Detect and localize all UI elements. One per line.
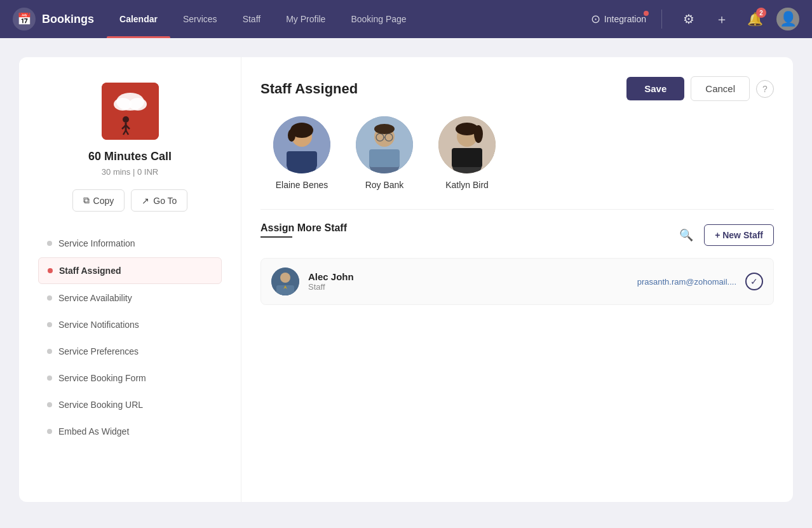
dot-icon bbox=[47, 241, 52, 246]
svg-point-23 bbox=[374, 124, 395, 134]
sidebar-item-service-availability[interactable]: Service Availability bbox=[38, 285, 222, 311]
help-button[interactable]: ? bbox=[756, 80, 774, 98]
main-content: 60 Minutes Call 30 mins | 0 INR ⧉ Copy ↗… bbox=[0, 38, 812, 521]
svg-rect-13 bbox=[287, 151, 317, 167]
notification-badge: 2 bbox=[756, 8, 766, 18]
staff-name-katlyn: Katlyn Bird bbox=[445, 180, 489, 190]
dot-icon-active bbox=[48, 268, 53, 273]
main-nav: Calendar Services Staff My Profile Booki… bbox=[107, 0, 591, 38]
nav-item-calendar[interactable]: Calendar bbox=[107, 0, 170, 38]
app-name: Bookings bbox=[42, 13, 94, 26]
svg-rect-27 bbox=[452, 148, 482, 167]
nav-item-staff[interactable]: Staff bbox=[230, 0, 274, 38]
katlyn-avatar-img bbox=[438, 116, 496, 173]
staff-avatar-item: Elaine Benes bbox=[273, 116, 330, 190]
dot-icon bbox=[47, 402, 52, 407]
integration-dot bbox=[644, 11, 649, 16]
left-panel: 60 Minutes Call 30 mins | 0 INR ⧉ Copy ↗… bbox=[19, 57, 241, 502]
copy-button[interactable]: ⧉ Copy bbox=[72, 189, 125, 212]
roy-avatar-img bbox=[356, 116, 413, 173]
alec-avatar-img bbox=[271, 267, 299, 295]
dot-icon bbox=[47, 322, 52, 327]
staff-list-name: Alec John bbox=[308, 271, 637, 282]
service-illustration bbox=[102, 83, 159, 140]
assign-more-section: Assign More Staff 🔍 + New Staff bbox=[261, 209, 774, 305]
dot-icon bbox=[47, 376, 52, 381]
panel-title: Staff Assigned bbox=[261, 81, 626, 97]
dot-icon bbox=[47, 295, 52, 301]
sidebar-item-embed-as-widget[interactable]: Embed As Widget bbox=[38, 419, 222, 444]
search-button[interactable]: 🔍 bbox=[675, 224, 698, 247]
svg-point-2 bbox=[114, 98, 132, 111]
logo-icon: 📅 bbox=[13, 8, 36, 30]
svg-rect-0 bbox=[102, 83, 159, 140]
sidebar-item-staff-assigned[interactable]: Staff Assigned bbox=[38, 257, 222, 284]
staff-name-elaine: Elaine Benes bbox=[276, 180, 328, 190]
notifications-button[interactable]: 🔔 2 bbox=[743, 8, 766, 30]
svg-point-29 bbox=[474, 125, 483, 143]
sidebar-item-service-booking-form[interactable]: Service Booking Form bbox=[38, 365, 222, 391]
new-staff-button[interactable]: + New Staff bbox=[704, 224, 774, 246]
staff-list-info: Alec John Staff bbox=[308, 271, 637, 292]
sidebar-item-service-preferences[interactable]: Service Preferences bbox=[38, 339, 222, 364]
staff-name-roy: Roy Bank bbox=[365, 180, 404, 190]
goto-button[interactable]: ↗ Go To bbox=[131, 189, 187, 212]
header-right: ⊙ Integration ⚙ ＋ 🔔 2 👤 bbox=[591, 8, 799, 30]
nav-item-services[interactable]: Services bbox=[170, 0, 230, 38]
avatar[interactable]: 👤 bbox=[776, 8, 799, 30]
svg-point-3 bbox=[129, 98, 147, 111]
save-button[interactable]: Save bbox=[626, 77, 684, 100]
assign-title-underline bbox=[261, 236, 292, 238]
staff-check-button[interactable]: ✓ bbox=[745, 273, 763, 290]
assign-more-title: Assign More Staff bbox=[261, 222, 675, 234]
staff-list-avatar-alec bbox=[271, 267, 299, 295]
sidebar-menu: Service Information Staff Assigned Servi… bbox=[38, 231, 222, 444]
staff-list-item: Alec John Staff prasanth.ram@zohomail...… bbox=[261, 258, 774, 305]
staff-avatar-katlyn bbox=[438, 116, 496, 173]
settings-button[interactable]: ⚙ bbox=[677, 8, 700, 30]
service-image bbox=[102, 83, 159, 140]
sidebar-item-service-notifications[interactable]: Service Notifications bbox=[38, 312, 222, 337]
sidebar-item-service-info[interactable]: Service Information bbox=[38, 231, 222, 256]
copy-icon: ⧉ bbox=[83, 195, 90, 206]
add-button[interactable]: ＋ bbox=[710, 8, 733, 30]
app-header: 📅 Bookings Calendar Services Staff My Pr… bbox=[0, 0, 812, 38]
goto-icon: ↗ bbox=[142, 196, 149, 206]
staff-avatar-elaine bbox=[273, 116, 330, 173]
app-logo[interactable]: 📅 Bookings bbox=[13, 8, 94, 30]
sidebar-item-service-booking-url[interactable]: Service Booking URL bbox=[38, 392, 222, 417]
staff-avatar-roy bbox=[356, 116, 413, 173]
staff-avatar-item: Roy Bank bbox=[356, 116, 413, 190]
dot-icon bbox=[47, 429, 52, 434]
svg-point-31 bbox=[280, 273, 290, 283]
assign-header: Assign More Staff 🔍 + New Staff bbox=[261, 222, 774, 248]
panel-header: Staff Assigned Save Cancel ? bbox=[261, 76, 774, 101]
integration-icon: ⊙ bbox=[591, 12, 600, 26]
dot-icon bbox=[47, 349, 52, 354]
header-divider bbox=[661, 10, 662, 29]
staff-list-email: prasanth.ram@zohomail.... bbox=[637, 277, 736, 287]
cancel-button[interactable]: Cancel bbox=[691, 76, 750, 101]
staff-list-role: Staff bbox=[308, 282, 637, 292]
service-actions: ⧉ Copy ↗ Go To bbox=[38, 189, 222, 212]
svg-rect-19 bbox=[369, 149, 400, 167]
right-panel: Staff Assigned Save Cancel ? bbox=[241, 57, 793, 502]
content-card: 60 Minutes Call 30 mins | 0 INR ⧉ Copy ↗… bbox=[19, 57, 793, 502]
staff-avatar-item: Katlyn Bird bbox=[438, 116, 496, 190]
nav-item-bookingpage[interactable]: Booking Page bbox=[338, 0, 419, 38]
service-title: 60 Minutes Call bbox=[38, 150, 222, 163]
assigned-staff-list: Elaine Benes bbox=[261, 116, 774, 190]
service-meta: 30 mins | 0 INR bbox=[38, 167, 222, 177]
integration-button[interactable]: ⊙ Integration bbox=[591, 12, 646, 26]
svg-point-4 bbox=[123, 116, 129, 123]
elaine-avatar-img bbox=[273, 116, 330, 173]
svg-point-15 bbox=[288, 129, 295, 142]
assign-title-wrapper: Assign More Staff bbox=[261, 222, 675, 248]
nav-item-myprofile[interactable]: My Profile bbox=[273, 0, 338, 38]
